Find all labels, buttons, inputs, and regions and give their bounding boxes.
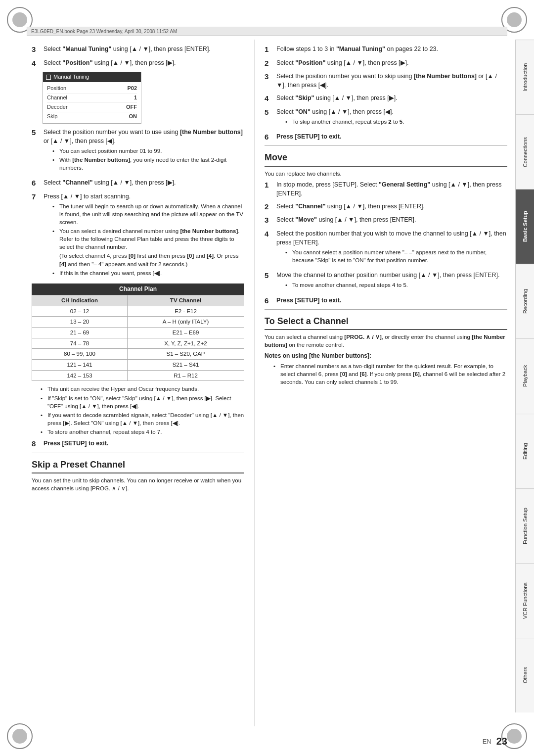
tuning-row-skip: Skip ON bbox=[47, 112, 137, 121]
table-row: 02 – 12E2 - E12 bbox=[32, 306, 244, 317]
step-7-bullet-1: • The tuner will begin to search up or d… bbox=[52, 202, 244, 226]
step-5-bullet-2: • With [the Number buttons], you only ne… bbox=[52, 156, 244, 172]
sidebar-tab-connections[interactable]: Connections bbox=[516, 114, 534, 189]
right-step-5-bullet-1: • To skip another channel, repeat steps … bbox=[285, 118, 507, 126]
move-section-heading: Move bbox=[265, 151, 507, 166]
sidebar-tab-playback[interactable]: Playback bbox=[516, 338, 534, 413]
notes-bullet-1: • Enter channel numbers as a two-digit n… bbox=[273, 362, 507, 386]
move-step-5-text: Move the channel to another position num… bbox=[276, 271, 507, 291]
step-8-text: Press [SETUP] to exit. bbox=[44, 439, 244, 448]
after-bullet-3: • If you want to decode scrambled signal… bbox=[41, 411, 244, 427]
after-table-bullets: • This unit can receive the Hyper and Os… bbox=[41, 385, 244, 436]
move-step-2: 2 Select "Channel" using [▲ / ▼], then p… bbox=[265, 202, 507, 212]
step-6-text: Select "Channel" using [▲ / ▼], then pre… bbox=[44, 178, 244, 187]
main-content: 3 Select "Manual Tuning" using [▲ / ▼], … bbox=[27, 40, 512, 726]
table-row: 13 – 20A – H (only ITALY) bbox=[32, 317, 244, 328]
table-row: 80 – 99, 100S1 – S20, GAP bbox=[32, 349, 244, 360]
right-step-6-text: Press [SETUP] to exit. bbox=[276, 132, 507, 141]
right-step-4-text: Select "Skip" using [▲ / ▼], then press … bbox=[276, 94, 507, 102]
notes-section: Notes on using [the Number buttons]: • E… bbox=[265, 352, 507, 386]
step-5-bullet-1: • You can select position number 01 to 9… bbox=[52, 147, 244, 155]
step-4-num: 4 bbox=[32, 58, 43, 68]
notes-title: Notes on using [the Number buttons]: bbox=[265, 352, 507, 360]
ch-header-indication: CH Indication bbox=[32, 295, 128, 306]
move-step-5-bullet-1: • To move another channel, repeat steps … bbox=[285, 281, 507, 289]
channel-plan-caption: Channel Plan bbox=[32, 284, 244, 295]
move-step-3: 3 Select "Move" using [▲ / ▼], then pres… bbox=[265, 215, 507, 225]
step-7: 7 Press [▲ / ▼] to start scanning. • The… bbox=[32, 192, 244, 280]
move-step-1-num: 1 bbox=[265, 180, 275, 190]
move-divider bbox=[265, 145, 507, 146]
move-step-4-text: Select the position number that you wish… bbox=[276, 229, 507, 267]
right-step-1-num: 1 bbox=[265, 45, 275, 54]
right-step-3-text: Select the position number you want to s… bbox=[276, 72, 507, 90]
footer-page-number: 23 bbox=[496, 736, 507, 747]
move-step-4-bullets: • You cannot select a position number wh… bbox=[285, 248, 507, 264]
step-8-num: 8 bbox=[32, 439, 43, 449]
move-section-intro: You can replace two channels. bbox=[265, 170, 507, 178]
move-step-5: 5 Move the channel to another position n… bbox=[265, 271, 507, 291]
step-4-text: Select "Position" using [▲ / ▼], then pr… bbox=[44, 58, 244, 67]
sidebar-tab-vcr-functions[interactable]: VCR Functions bbox=[516, 563, 534, 638]
step-7-bullet-3: (To select channel 4, press [0] first an… bbox=[52, 252, 244, 268]
select-channel-heading: To Select a Channel bbox=[265, 315, 507, 330]
move-step-1: 1 In stop mode, press [SETUP]. Select "G… bbox=[265, 180, 507, 198]
select-channel-divider bbox=[265, 309, 507, 310]
header-bar: E3LG0ED_EN.book Page 23 Wednesday, April… bbox=[27, 27, 507, 36]
step-8: 8 Press [SETUP] to exit. bbox=[32, 439, 244, 449]
right-column: 1 Follow steps 1 to 3 in "Manual Tuning"… bbox=[254, 40, 512, 726]
step-4: 4 Select "Position" using [▲ / ▼], then … bbox=[32, 58, 244, 68]
tuning-row-decoder: Decoder OFF bbox=[47, 103, 137, 112]
right-step-4: 4 Select "Skip" using [▲ / ▼], then pres… bbox=[265, 94, 507, 103]
step-5-num: 5 bbox=[32, 128, 43, 138]
notes-bullets: • Enter channel numbers as a two-digit n… bbox=[273, 362, 507, 386]
tuning-row-channel: Channel 1 bbox=[47, 94, 137, 103]
move-step-3-num: 3 bbox=[265, 215, 275, 225]
move-step-2-text: Select "Channel" using [▲ / ▼], then pre… bbox=[276, 202, 507, 211]
skip-divider bbox=[32, 453, 244, 453]
ch-header-tv-channel: TV Channel bbox=[128, 295, 244, 306]
step-5-bullets: • You can select position number 01 to 9… bbox=[52, 147, 244, 172]
step-5: 5 Select the position number you want to… bbox=[32, 128, 244, 175]
footer-en-label: EN bbox=[483, 738, 491, 745]
move-step-3-text: Select "Move" using [▲ / ▼], then press … bbox=[276, 215, 507, 224]
left-column: 3 Select "Manual Tuning" using [▲ / ▼], … bbox=[27, 40, 254, 726]
right-step-2-num: 2 bbox=[265, 58, 275, 68]
skip-section-heading: Skip a Preset Channel bbox=[32, 458, 244, 473]
step-7-bullet-2: • You can select a desired channel numbe… bbox=[52, 227, 244, 251]
move-step-5-bullets: • To move another channel, repeat steps … bbox=[285, 281, 507, 289]
right-step-4-num: 4 bbox=[265, 94, 275, 103]
step-3-text: Select "Manual Tuning" using [▲ / ▼], th… bbox=[44, 45, 244, 53]
manual-tuning-box: Manual Tuning Position P02 Channel 1 Dec… bbox=[43, 72, 141, 124]
move-step-6: 6 Press [SETUP] to exit. bbox=[265, 296, 507, 306]
right-step-2-text: Select "Position" using [▲ / ▼], then pr… bbox=[276, 58, 507, 67]
step-7-bullet-4: • If this is the channel you want, press… bbox=[52, 269, 244, 277]
right-step-5-bullets: • To skip another channel, repeat steps … bbox=[285, 118, 507, 126]
skip-section-intro: You can set the unit to skip channels. Y… bbox=[32, 476, 244, 492]
right-step-5-num: 5 bbox=[265, 107, 275, 117]
after-bullet-2: • If "Skip" is set to "ON", select "Skip… bbox=[41, 394, 244, 410]
tuning-row-position: Position P02 bbox=[47, 84, 137, 94]
channel-plan-table: Channel Plan CH Indication TV Channel 02… bbox=[32, 284, 244, 381]
sidebar-tab-function-setup[interactable]: Function Setup bbox=[516, 488, 534, 563]
move-step-6-text: Press [SETUP] to exit. bbox=[276, 296, 507, 305]
move-step-4: 4 Select the position number that you wi… bbox=[265, 229, 507, 267]
right-step-3: 3 Select the position number you want to… bbox=[265, 72, 507, 90]
sidebar-tab-introduction[interactable]: Introduction bbox=[516, 40, 534, 114]
table-row: 142 – 153R1 – R12 bbox=[32, 370, 244, 381]
sidebar-tab-recording[interactable]: Recording bbox=[516, 264, 534, 338]
tuning-title: Manual Tuning bbox=[53, 73, 89, 81]
right-step-5-text: Select "ON" using [▲ / ▼], then press [◀… bbox=[276, 107, 507, 128]
right-step-6-num: 6 bbox=[265, 132, 275, 142]
right-step-3-num: 3 bbox=[265, 72, 275, 82]
sidebar-tab-basic-setup[interactable]: Basic Setup bbox=[516, 189, 534, 264]
move-step-2-num: 2 bbox=[265, 202, 275, 212]
step-7-bullets: • The tuner will begin to search up or d… bbox=[52, 202, 244, 277]
select-channel-intro: You can select a channel using [PROG. ∧ … bbox=[265, 333, 507, 349]
step-6-num: 6 bbox=[32, 178, 43, 188]
sidebar-tab-editing[interactable]: Editing bbox=[516, 414, 534, 488]
sidebar-tab-others[interactable]: Others bbox=[516, 638, 534, 712]
tuning-box-header: Manual Tuning bbox=[43, 72, 141, 82]
move-step-6-num: 6 bbox=[265, 296, 275, 306]
right-step-2: 2 Select "Position" using [▲ / ▼], then … bbox=[265, 58, 507, 68]
